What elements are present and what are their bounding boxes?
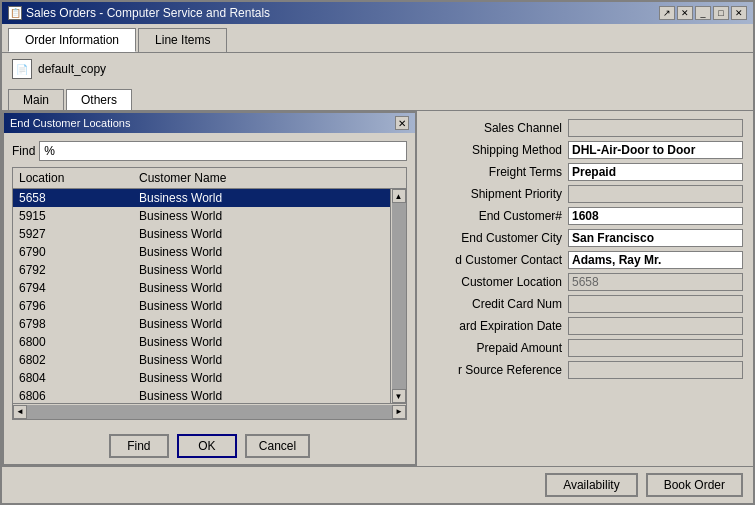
vertical-scrollbar[interactable]: ▲ ▼ <box>390 189 406 403</box>
cell-location: 6792 <box>13 262 133 278</box>
modal-title: End Customer Locations <box>10 117 130 129</box>
cell-customer: Business World <box>133 280 390 296</box>
title-bar: 📋 Sales Orders - Computer Service and Re… <box>2 2 753 24</box>
maximize-button[interactable]: □ <box>713 6 729 20</box>
bottom-bar: Availability Book Order <box>2 466 753 503</box>
modal-title-bar: End Customer Locations ✕ <box>4 113 415 133</box>
modal-body: Find Location Customer Name <box>4 133 415 428</box>
list-row[interactable]: 5927 Business World <box>13 225 390 243</box>
list-header: Location Customer Name <box>13 168 406 189</box>
cell-customer: Business World <box>133 316 390 332</box>
find-row: Find <box>12 141 407 161</box>
find-button[interactable]: Find <box>109 434 169 458</box>
form-title: default_copy <box>38 62 106 76</box>
list-body[interactable]: 5658 Business World 5915 Business World … <box>13 189 390 403</box>
modal-overlay: End Customer Locations ✕ Find <box>2 111 753 466</box>
availability-button[interactable]: Availability <box>545 473 637 497</box>
col-header-location: Location <box>13 170 133 186</box>
cell-customer: Business World <box>133 190 390 206</box>
list-row[interactable]: 6798 Business World <box>13 315 390 333</box>
modal-dialog: End Customer Locations ✕ Find <box>2 111 417 466</box>
cell-location: 6804 <box>13 370 133 386</box>
find-label: Find <box>12 144 35 158</box>
window-icon: 📋 <box>8 6 22 20</box>
cell-location: 6796 <box>13 298 133 314</box>
cell-customer: Business World <box>133 298 390 314</box>
cell-location: 6802 <box>13 352 133 368</box>
cell-customer: Business World <box>133 208 390 224</box>
cell-customer: Business World <box>133 388 390 403</box>
extra1-button[interactable]: ↗ <box>659 6 675 20</box>
list-row[interactable]: 6800 Business World <box>13 333 390 351</box>
scroll-left-button[interactable]: ◄ <box>13 405 27 419</box>
content-area: 📄 default_copy Main Others Sales Channel… <box>2 53 753 503</box>
cell-customer: Business World <box>133 244 390 260</box>
document-icon: 📄 <box>12 59 32 79</box>
h-scroll-track[interactable] <box>27 405 392 419</box>
cell-location: 5915 <box>13 208 133 224</box>
title-bar-buttons: ↗ ✕ _ □ ✕ <box>659 6 747 20</box>
scroll-right-button[interactable]: ► <box>392 405 406 419</box>
scroll-track[interactable] <box>392 203 406 389</box>
main-tab-bar: Order Information Line Items <box>2 24 753 53</box>
scroll-up-button[interactable]: ▲ <box>392 189 406 203</box>
modal-footer: Find OK Cancel <box>4 428 415 464</box>
cell-location: 6800 <box>13 334 133 350</box>
tab-line-items[interactable]: Line Items <box>138 28 227 52</box>
horizontal-scrollbar[interactable]: ◄ ► <box>13 403 406 419</box>
cell-location: 5927 <box>13 226 133 242</box>
cell-location: 5658 <box>13 190 133 206</box>
cell-location: 6806 <box>13 388 133 403</box>
main-window: 📋 Sales Orders - Computer Service and Re… <box>0 0 755 505</box>
list-container: Location Customer Name 5658 Business Wor… <box>12 167 407 420</box>
subtab-main[interactable]: Main <box>8 89 64 110</box>
close-button[interactable]: ✕ <box>731 6 747 20</box>
book-order-button[interactable]: Book Order <box>646 473 743 497</box>
extra2-button[interactable]: ✕ <box>677 6 693 20</box>
list-row[interactable]: 6804 Business World <box>13 369 390 387</box>
form-header: 📄 default_copy <box>2 53 753 85</box>
cell-customer: Business World <box>133 334 390 350</box>
ok-button[interactable]: OK <box>177 434 237 458</box>
main-body: Sales Channel Shipping Method Freight Te… <box>2 111 753 466</box>
cell-customer: Business World <box>133 226 390 242</box>
col-header-customer: Customer Name <box>133 170 390 186</box>
minimize-button[interactable]: _ <box>695 6 711 20</box>
title-bar-left: 📋 Sales Orders - Computer Service and Re… <box>8 6 270 20</box>
modal-close-button[interactable]: ✕ <box>395 116 409 130</box>
window-title: Sales Orders - Computer Service and Rent… <box>26 6 270 20</box>
list-row[interactable]: 6796 Business World <box>13 297 390 315</box>
list-row[interactable]: 6794 Business World <box>13 279 390 297</box>
list-row[interactable]: 5915 Business World <box>13 207 390 225</box>
list-row[interactable]: 6806 Business World <box>13 387 390 403</box>
subtab-bar: Main Others <box>2 85 753 111</box>
cell-customer: Business World <box>133 262 390 278</box>
cell-location: 6790 <box>13 244 133 260</box>
cell-location: 6794 <box>13 280 133 296</box>
subtab-others[interactable]: Others <box>66 89 132 110</box>
find-input[interactable] <box>39 141 407 161</box>
cell-location: 6798 <box>13 316 133 332</box>
list-row[interactable]: 6792 Business World <box>13 261 390 279</box>
cancel-button[interactable]: Cancel <box>245 434 310 458</box>
cell-customer: Business World <box>133 370 390 386</box>
list-row[interactable]: 6790 Business World <box>13 243 390 261</box>
list-row[interactable]: 6802 Business World <box>13 351 390 369</box>
scroll-down-button[interactable]: ▼ <box>392 389 406 403</box>
cell-customer: Business World <box>133 352 390 368</box>
list-row[interactable]: 5658 Business World <box>13 189 390 207</box>
tab-order-information[interactable]: Order Information <box>8 28 136 52</box>
